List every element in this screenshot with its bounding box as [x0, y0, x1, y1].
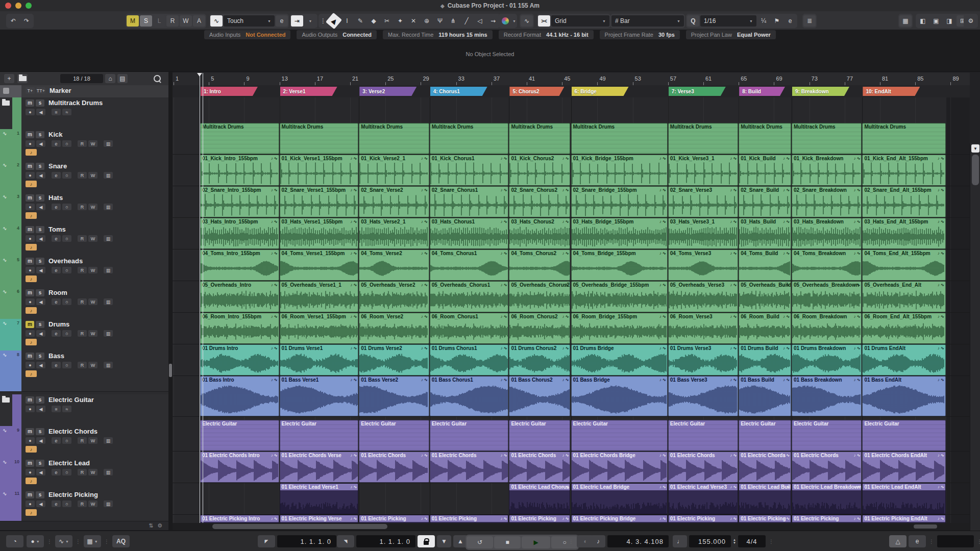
- insert-state-button[interactable]: ○: [62, 140, 71, 147]
- scroll-tracks-icon[interactable]: ⇅: [149, 522, 153, 529]
- musical-mode-badge[interactable]: ♪: [26, 339, 37, 345]
- read-automation-button[interactable]: R: [78, 140, 87, 147]
- punch-in-icon[interactable]: ▼: [437, 535, 451, 547]
- left-zone-toggle-icon[interactable]: ◧: [917, 15, 929, 27]
- audio-event[interactable]: 06_Room_Bridge_155bpm♪ ∿: [571, 313, 668, 344]
- record-enable-button[interactable]: ●: [26, 469, 35, 475]
- solo-button[interactable]: s: [36, 428, 44, 435]
- audio-event[interactable]: 01 Bass Verse3♪ ∿: [668, 376, 738, 416]
- read-automation-button[interactable]: R: [78, 172, 87, 179]
- record-enable-button[interactable]: ●: [26, 406, 35, 412]
- audio-event[interactable]: 01 Bass Verse1♪ ∿: [280, 376, 359, 416]
- object-selection-tool[interactable]: ▶: [326, 13, 342, 30]
- global-automation-r-button[interactable]: R: [166, 15, 179, 27]
- crossfade-icon[interactable]: ∿: [521, 15, 533, 27]
- record-enable-button[interactable]: ●: [26, 267, 35, 273]
- time-warp-tool[interactable]: ⋔: [447, 15, 459, 27]
- record-enable-button[interactable]: ●: [26, 330, 35, 337]
- home-icon[interactable]: ⌂: [105, 74, 115, 83]
- lane-bass[interactable]: 01 Bass Intro♪ ∿01 Bass Verse1♪ ∿01 Bass…: [173, 376, 970, 417]
- track-row-hats[interactable]: ∿3msHats●◀e○RW▥♪: [0, 192, 168, 224]
- audio-event[interactable]: 06_Room_Chorus2♪ ∿: [509, 313, 570, 344]
- midi-activity-button[interactable]: ▦▼: [84, 535, 101, 547]
- edit-channel-button[interactable]: e: [52, 437, 61, 444]
- split-tool[interactable]: ✂: [381, 15, 393, 27]
- tempo-track-icon[interactable]: ♩: [673, 535, 687, 547]
- write-automation-button[interactable]: W: [88, 500, 97, 507]
- record-enable-button[interactable]: ●: [26, 235, 35, 242]
- lane-hats[interactable]: 03_Hats_Intro_155bpm♪ ∿03_Hats_Verse1_15…: [173, 218, 970, 249]
- edit-channel-button[interactable]: e: [52, 140, 61, 147]
- audio-event[interactable]: 02_Snare_Intro_155bpm♪ ∿: [200, 186, 279, 217]
- audio-event[interactable]: 03_Hats_Chorus2♪ ∿: [509, 218, 570, 249]
- edit-channel-button[interactable]: e: [52, 235, 61, 242]
- audio-event[interactable]: 06_Room_Build♪ ∿: [739, 313, 791, 344]
- audio-event[interactable]: 01 Electric Chords Bridge♪ ∿: [571, 452, 668, 483]
- audio-event[interactable]: 04_Toms_Verse3♪ ∿: [668, 249, 738, 281]
- marker-flag-verse1[interactable]: 2: Verse1: [280, 87, 337, 96]
- audio-event[interactable]: 01 Electric Lead Verse3♪ ∿: [668, 483, 738, 514]
- scrollbar-up-button[interactable]: ▼: [971, 144, 979, 153]
- folder-part[interactable]: Electric Guitar: [571, 420, 668, 451]
- zoom-tool[interactable]: ⊕: [421, 15, 433, 27]
- audio-event[interactable]: 03_Hats_Chorus1♪ ∿: [430, 218, 509, 249]
- folder-part[interactable]: Multitrack Drums: [430, 123, 509, 154]
- edit-channel-button[interactable]: e: [52, 204, 61, 210]
- folder-part[interactable]: Electric Guitar: [200, 420, 279, 451]
- track-row-snare[interactable]: ∿2msSnare●◀e○RW▥♪: [0, 161, 168, 193]
- read-automation-button[interactable]: R: [78, 298, 87, 305]
- solo-button[interactable]: s: [36, 99, 44, 107]
- folder-part[interactable]: Electric Guitar: [430, 420, 509, 451]
- audio-event[interactable]: 01_Kick_Bridge_155bpm♪ ∿: [571, 155, 668, 186]
- audio-event[interactable]: 03_Hats_Verse3_1♪ ∿: [668, 218, 738, 249]
- audio-event[interactable]: 05_Overheads_Chorus2♪ ∿: [509, 281, 570, 312]
- lower-zone-toggle-icon[interactable]: ▣: [930, 15, 942, 27]
- musical-mode-badge[interactable]: ♪: [26, 244, 37, 251]
- folder-part[interactable]: Multitrack Drums: [200, 123, 279, 154]
- global-automation-w-button[interactable]: W: [180, 15, 192, 27]
- snap-type-select[interactable]: Grid▼: [551, 15, 609, 27]
- go-to-right-locator-button[interactable]: ◥: [337, 535, 354, 547]
- track-row-electric-guitar[interactable]: msElectric Guitar●◀≡≈: [0, 394, 168, 427]
- musical-mode-badge[interactable]: ♪: [26, 307, 37, 314]
- show-lanes-button[interactable]: ▥: [104, 500, 113, 507]
- audio-event[interactable]: 01 Bass Bridge♪ ∿: [571, 376, 668, 416]
- audio-event[interactable]: 01 Drums Bridge♪ ∿: [571, 344, 668, 375]
- folder-part[interactable]: Electric Guitar: [862, 420, 945, 451]
- audio-event[interactable]: 01_Kick_Breakdown♪ ∿: [792, 155, 862, 186]
- audio-event[interactable]: 02_Snare_Bridge_155bpm♪ ∿: [571, 186, 668, 217]
- lane-electric-guitar[interactable]: Electric GuitarElectric GuitarElectric G…: [173, 420, 970, 452]
- marker-flag-verse3[interactable]: 7: Verse3: [669, 87, 726, 96]
- audio-event[interactable]: 05_Overheads_Bridge_155bpm♪ ∿: [571, 281, 668, 312]
- insert-state-button[interactable]: ○: [62, 500, 71, 507]
- tempo-stepper[interactable]: ▲▼: [733, 538, 736, 544]
- track-row-toms[interactable]: ∿4msToms●◀e○RW▥♪: [0, 224, 168, 256]
- folder-part[interactable]: Electric Guitar: [668, 420, 738, 451]
- solo-button[interactable]: s: [36, 460, 44, 467]
- audio-event[interactable]: 05_Overheads_Chorus1♪ ∿: [430, 281, 509, 312]
- read-automation-button[interactable]: R: [78, 362, 87, 368]
- audio-event[interactable]: 01 Drums Verse3♪ ∿: [668, 344, 738, 375]
- quantize-icon[interactable]: Q: [687, 15, 699, 27]
- lane-drums[interactable]: 01 Drums Intro♪ ∿01 Drums Verse1♪ ∿01 Dr…: [173, 344, 970, 376]
- track-row-room[interactable]: ∿6msRoom●◀e○RW▥♪: [0, 287, 168, 319]
- audio-event[interactable]: 02_Snare_Verse2♪ ∿: [359, 186, 429, 217]
- record-enable-button[interactable]: ●: [26, 109, 35, 115]
- musical-mode-badge[interactable]: ♪: [26, 181, 37, 187]
- track-list-settings-gear-icon[interactable]: ⚙: [157, 522, 162, 529]
- marker-flag-chorus2[interactable]: 5: Chorus2: [509, 87, 564, 96]
- insert-state-button[interactable]: ○: [62, 172, 71, 179]
- metronome-icon[interactable]: △: [889, 535, 906, 547]
- audio-event[interactable]: 04_Toms_Chorus2♪ ∿: [509, 249, 570, 281]
- solo-button[interactable]: s: [36, 396, 44, 404]
- constrain-delay-compensation-icon[interactable]: ◔: [6, 535, 23, 547]
- phase-coherent-button[interactable]: ≈: [62, 109, 71, 115]
- left-locator-display[interactable]: 1. 1. 1. 0: [277, 535, 336, 547]
- read-automation-button[interactable]: R: [78, 437, 87, 444]
- global-automation-s-button[interactable]: S: [140, 15, 152, 27]
- track-row-electric-lead[interactable]: ∿10msElectric Lead●◀e○RW▥♪: [0, 458, 168, 490]
- scrub-tool[interactable]: ⇝: [487, 15, 499, 27]
- audio-event[interactable]: 01_Kick_Verse3_1♪ ∿: [668, 155, 738, 186]
- automation-mode-select[interactable]: Touch▼: [224, 15, 275, 27]
- write-automation-button[interactable]: W: [88, 469, 97, 475]
